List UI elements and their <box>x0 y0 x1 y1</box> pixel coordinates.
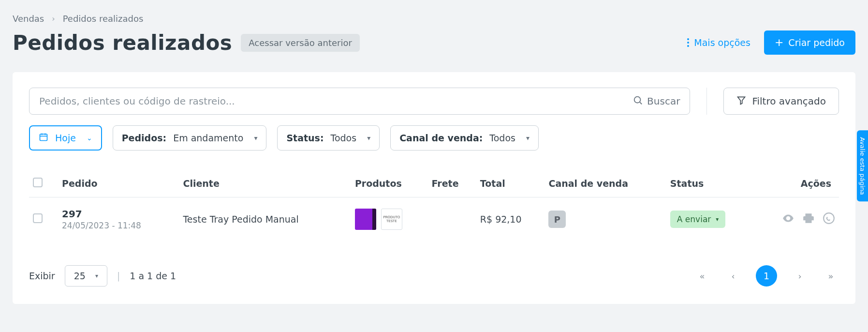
channel-filter-value: Todos <box>489 133 515 143</box>
page-title: Pedidos realizados <box>13 31 232 55</box>
status-value: A enviar <box>677 214 711 224</box>
channel-filter[interactable]: Canal de venda: Todos ▾ <box>390 125 539 151</box>
col-client: Cliente <box>179 170 351 197</box>
orders-filter-label: Pedidos: <box>122 133 167 143</box>
search-input[interactable] <box>39 95 633 107</box>
col-products: Produtos <box>351 170 428 197</box>
table-row[interactable]: 297 24/05/2023 - 11:48 Teste Tray Pedido… <box>29 197 839 241</box>
old-version-button[interactable]: Acessar versão anterior <box>241 34 360 52</box>
col-order: Pedido <box>58 170 179 197</box>
chevron-down-icon: ⌄ <box>87 134 92 142</box>
page-prev[interactable]: ‹ <box>725 271 741 281</box>
more-vertical-icon <box>687 38 689 47</box>
svg-point-7 <box>787 217 789 219</box>
breadcrumb-current: Pedidos realizados <box>63 14 144 24</box>
page-size-value: 25 <box>74 271 86 281</box>
status-filter-value: Todos <box>331 133 357 143</box>
more-options-label: Mais opções <box>694 37 750 48</box>
page-first[interactable]: « <box>694 271 710 281</box>
print-action[interactable] <box>802 212 815 226</box>
svg-line-1 <box>640 102 642 104</box>
page-range: 1 a 1 de 1 <box>130 271 176 281</box>
show-label: Exibir <box>29 271 55 281</box>
order-date: 24/05/2023 - 11:48 <box>62 221 175 230</box>
col-freight: Frete <box>428 170 476 197</box>
row-checkbox[interactable] <box>33 213 43 223</box>
channel-badge: P <box>548 211 566 228</box>
product-thumbs: PRODUTO TESTE <box>355 209 424 230</box>
date-filter[interactable]: Hoje ⌄ <box>29 125 102 151</box>
search-icon <box>633 95 643 108</box>
advanced-filter-label: Filtro avançado <box>752 95 826 107</box>
select-all-checkbox[interactable] <box>33 178 43 187</box>
col-actions: Ações <box>754 170 839 197</box>
feedback-tab[interactable]: Avalie esta página <box>857 130 868 201</box>
chevron-down-icon: ▾ <box>526 134 530 142</box>
freight-value <box>428 197 476 241</box>
page-last[interactable]: » <box>823 271 839 281</box>
search-button[interactable]: Buscar <box>633 95 680 108</box>
date-filter-value: Hoje <box>55 133 76 143</box>
breadcrumb: Vendas › Pedidos realizados <box>13 14 855 24</box>
chevron-down-icon: ▾ <box>367 134 370 142</box>
col-channel: Canal de venda <box>544 170 666 197</box>
search-button-label: Buscar <box>647 95 680 107</box>
status-filter[interactable]: Status: Todos ▾ <box>277 125 380 151</box>
chevron-down-icon: ▾ <box>95 272 98 279</box>
view-action[interactable] <box>782 212 794 226</box>
separator: | <box>117 271 120 281</box>
status-select[interactable]: A enviar ▾ <box>670 211 726 228</box>
filter-icon <box>736 95 746 107</box>
create-order-label: Criar pedido <box>788 37 845 48</box>
status-filter-label: Status: <box>286 133 324 143</box>
chevron-down-icon: ▾ <box>254 134 257 142</box>
pagination: « ‹ 1 › » <box>694 265 839 287</box>
chevron-down-icon: ▾ <box>716 216 719 223</box>
client-name: Teste Tray Pedido Manual <box>179 197 351 241</box>
orders-filter-value: Em andamento <box>173 133 243 143</box>
calendar-icon <box>39 132 48 144</box>
col-status: Status <box>666 170 754 197</box>
svg-rect-3 <box>40 134 47 140</box>
svg-point-0 <box>634 96 641 103</box>
more-options-button[interactable]: Mais opções <box>687 37 750 48</box>
product-thumb[interactable] <box>355 209 376 230</box>
product-thumb[interactable]: PRODUTO TESTE <box>381 209 402 230</box>
create-order-button[interactable]: + Criar pedido <box>764 30 855 55</box>
search-wrapper: Buscar <box>29 88 690 115</box>
order-number: 297 <box>62 208 175 220</box>
orders-filter[interactable]: Pedidos: Em andamento ▾ <box>113 125 267 151</box>
page-size-select[interactable]: 25 ▾ <box>65 265 107 287</box>
page-next[interactable]: › <box>792 271 808 281</box>
vertical-divider <box>706 88 707 115</box>
total-value: R$ 92,10 <box>476 197 545 241</box>
svg-point-8 <box>824 213 834 224</box>
chevron-right-icon: › <box>52 14 55 23</box>
channel-filter-label: Canal de venda: <box>399 133 483 143</box>
svg-marker-2 <box>738 97 745 104</box>
breadcrumb-root[interactable]: Vendas <box>13 14 44 24</box>
advanced-filter-button[interactable]: Filtro avançado <box>723 88 839 115</box>
page-current: 1 <box>756 265 777 287</box>
whatsapp-action[interactable] <box>823 212 835 226</box>
orders-table: Pedido Cliente Produtos Frete Total Cana… <box>29 170 839 241</box>
orders-card: Buscar Filtro avançado Hoje ⌄ Pedidos: <box>13 72 855 304</box>
col-total: Total <box>476 170 545 197</box>
